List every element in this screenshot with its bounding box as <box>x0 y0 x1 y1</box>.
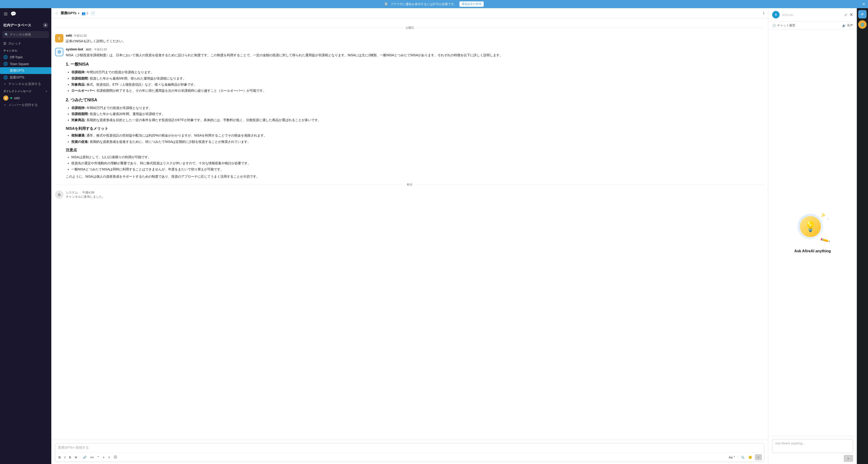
text-size-button[interactable]: Aa ˄ <box>728 455 736 460</box>
pencil-icon: ✏️ <box>819 235 831 245</box>
invite-member-button[interactable]: ＋ メンバーを招待する <box>0 102 51 108</box>
message-time: 午前11:20 <box>94 48 107 52</box>
channel-icon: 🌐 <box>3 75 8 80</box>
clock-icon: 🕐 <box>772 24 776 27</box>
message-group-seki: S seki 午前11:20 証券のNISAを詳しく説明してください。 <box>55 34 765 44</box>
dm-avatar-seki: S <box>3 95 8 100</box>
channel-header: ☆ 業務GPTs ▾ 👥 2 📄 ℹ <box>51 8 768 19</box>
italic-button[interactable]: I <box>63 455 66 460</box>
channel-icon: 🌐 <box>3 62 8 66</box>
info-icon[interactable]: ℹ <box>763 11 765 16</box>
list-item: 一般NISAとつみたてNISAは同時に利用することはできませんが、年度をまたいで… <box>71 167 765 172</box>
chevron-down-icon: ▾ <box>78 12 79 15</box>
avatar-bot: ⚙ <box>55 48 63 56</box>
code-button[interactable]: <> <box>89 455 95 460</box>
notification-link[interactable]: 通知設定の管理 <box>459 1 484 7</box>
sidebar-item-off-topic[interactable]: 🌐 Off-Topic <box>0 54 51 60</box>
list-item: 投資先の選定や市場動向の理解が重要であり、特に株式投資はリスクが伴いますので、十… <box>71 161 765 166</box>
afire-main-content: 💡 ✨ ✦ ✏️ Ask AfireAI anything <box>768 30 857 436</box>
dm-section: ダイレクトメッセージ ＋ <box>0 87 51 94</box>
system-time: 午後4:09 <box>82 191 94 194</box>
afire-input-area: Ask AfireAI anything... ➤ <box>768 436 857 464</box>
message-input[interactable]: 業務GPTsへ投稿する <box>55 443 764 453</box>
nisa-h4-list: NISAは原則として、1人1口座限りの利用が可能です。 投資先の選定や市場動向の… <box>71 154 765 172</box>
afire-tagline: Ask AfireAI anything <box>794 249 831 253</box>
right-panel-sub-header: 🕐 チャット履歴 🔊 音声 <box>768 22 857 30</box>
notification-close-button[interactable]: ✕ <box>862 2 865 6</box>
close-panel-button[interactable]: ✕ <box>849 12 853 17</box>
nisa-conclusion: このように、NISAは個人の資産形成をサポートするための制度であり、投資のアプロ… <box>66 174 765 179</box>
bot-intro-text: NISA（少額投資非課税制度）は、日本において個人の投資を促進するために設けられ… <box>66 53 765 58</box>
document-icon[interactable]: 📄 <box>91 11 95 16</box>
system-avatar: ⚙ <box>55 191 63 199</box>
heading-button[interactable]: H <box>74 455 78 460</box>
message-content-bot: system-bot BOT 午前11:20 NISA（少額投資非課税制度）は、… <box>66 48 765 179</box>
input-area: 業務GPTsへ投稿する B I S H 🔗 <> " ≡ ≡ ⓘ Aa ˄ <box>51 440 768 464</box>
expand-button[interactable]: ⤢ <box>844 12 847 17</box>
dm-status-indicator <box>10 97 12 99</box>
right-avatars-panel: P 🌐 <box>857 8 868 464</box>
sparkle-icon: ✦ <box>827 217 829 221</box>
sparkle-icon: ✨ <box>820 213 826 218</box>
message-time: 午前11:20 <box>74 34 87 38</box>
search-icon: 🔍 <box>5 33 8 36</box>
message-author: system-bot <box>66 48 83 51</box>
new-item-button[interactable]: + <box>43 23 48 28</box>
dm-add-button[interactable]: ＋ <box>45 89 48 93</box>
channel-title[interactable]: 業務GPTs ▾ <box>61 11 79 16</box>
afire-title: AfireAI <box>782 13 842 17</box>
emoji-button[interactable]: 🙂 <box>747 455 753 460</box>
sidebar-item-gyomu-gpts[interactable]: 🌐 業務GPTs <box>0 67 51 74</box>
plus-icon: ＋ <box>3 82 6 86</box>
link-button[interactable]: 🔗 <box>82 455 88 460</box>
nisa-h1: 1. 一般NISA <box>66 61 765 68</box>
plus-icon: ＋ <box>3 103 6 107</box>
voice-button[interactable]: 🔊 音声 <box>842 23 853 28</box>
afire-input[interactable]: Ask AfireAI anything... <box>772 439 853 453</box>
sidebar-item-threads[interactable]: ☰ スレッド <box>0 40 51 47</box>
sidebar: ⊞ 💬 社内データベース + 🔍 チャンネル検索 ☰ スレッド チャンネル 🌐 … <box>0 8 51 464</box>
channel-search[interactable]: 🔍 チャンネル検索 <box>2 31 49 38</box>
strikethrough-button[interactable]: S <box>68 455 72 460</box>
channels-section-label: チャンネル <box>0 47 51 54</box>
people-icon: 👥 <box>82 11 86 15</box>
system-text: チャンネルに参加しました。 <box>66 195 105 198</box>
workspace-name[interactable]: 社内データベース <box>3 23 31 28</box>
attachment-button[interactable]: 📎 <box>740 455 746 460</box>
list-item: ロールオーバー: 非課税期間が終了すると、その年に得た運用益を次の年の非課税枠に… <box>71 88 765 93</box>
bot-badge: BOT <box>85 48 92 51</box>
system-author: システム <box>66 191 78 194</box>
sound-icon: 🔊 <box>842 24 846 27</box>
info-button[interactable]: ⓘ <box>113 455 118 460</box>
afire-illustration: 💡 ✨ ✦ ✏️ <box>797 213 829 245</box>
quote-button[interactable]: " <box>97 455 100 460</box>
list-item: 非課税枠: 年間120万円までの投資が非課税となります。 <box>71 69 765 75</box>
nisa-h2-list: 非課税枠: 年間40万円までの投資が非課税となります。 非課税期間: 投資した年… <box>71 105 765 123</box>
channel-icon: 🌐 <box>3 68 8 73</box>
chat-history-button[interactable]: 🕐 チャット履歴 <box>772 23 795 28</box>
unordered-list-button[interactable]: ≡ <box>102 455 105 460</box>
message-content-seki: seki 午前11:20 証券のNISAを詳しく説明してください。 <box>66 34 765 44</box>
main-content: ☆ 業務GPTs ▾ 👥 2 📄 ℹ 土曜日 S s <box>51 8 768 464</box>
star-icon[interactable]: ☆ <box>55 11 58 16</box>
sidebar-item-teian-gpts[interactable]: 🌐 提案GPTs <box>0 74 51 81</box>
right-panel-header: A AfireAI ⤢ ✕ <box>768 8 857 22</box>
grid-icon[interactable]: ⊞ <box>4 11 8 17</box>
send-button[interactable]: ➤ <box>755 454 762 460</box>
nisa-h3: NISAを利用するメリット <box>66 125 765 132</box>
messages-area[interactable]: 土曜日 S seki 午前11:20 証券のNISAを詳しく説明してください。 … <box>51 19 768 440</box>
workspace-avatar-2[interactable]: 🌐 <box>858 20 867 29</box>
add-channel-button[interactable]: ＋ チャンネルを追加する <box>0 81 51 87</box>
member-count[interactable]: 👥 2 <box>82 11 88 15</box>
compose-icon[interactable]: 💬 <box>10 11 16 17</box>
workspace-avatar-1[interactable]: P <box>858 10 867 19</box>
nisa-h4: 注意点 <box>66 147 765 153</box>
message-author: seki <box>66 34 72 37</box>
ordered-list-button[interactable]: ≡ <box>107 455 111 460</box>
message-input-box: 業務GPTsへ投稿する B I S H 🔗 <> " ≡ ≡ ⓘ Aa ˄ <box>55 443 765 462</box>
nisa-h3-list: 税制優遇: 通常、株式や投資信託の売却益や配当には約20%の税金がかかりますが、… <box>71 133 765 144</box>
bold-button[interactable]: B <box>58 455 62 460</box>
dm-item-seki[interactable]: S seki <box>0 94 51 102</box>
afire-send-button[interactable]: ➤ <box>844 455 853 462</box>
sidebar-item-town-square[interactable]: 🌐 Town Square <box>0 60 51 67</box>
